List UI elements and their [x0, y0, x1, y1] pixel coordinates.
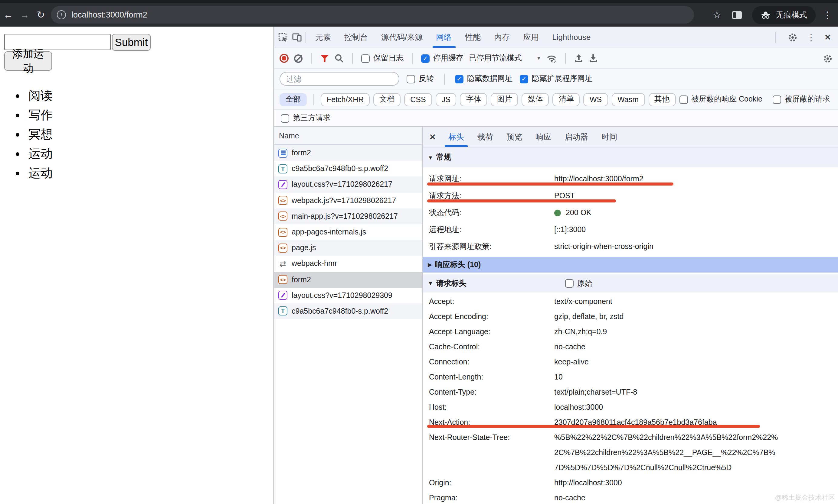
hide-data-urls-checkbox[interactable]: ✓隐藏数据网址: [455, 74, 512, 84]
annotation-underline-request-url: [427, 182, 673, 185]
blocked-requests-checkbox[interactable]: ✓被屏蔽的请求: [773, 94, 830, 105]
name-header-label: Name: [279, 131, 299, 140]
filter-funnel-icon[interactable]: [320, 54, 329, 62]
third-party-checkbox[interactable]: ✓第三方请求: [281, 113, 331, 123]
type-filter-chip[interactable]: Fetch/XHR: [321, 93, 370, 106]
devtools-close-icon[interactable]: ×: [825, 32, 831, 42]
checkbox-box[interactable]: ✓: [361, 54, 370, 62]
invert-checkbox[interactable]: ✓反转: [407, 74, 434, 84]
request-row[interactable]: <>app-pages-internals.js: [274, 224, 422, 240]
request-row[interactable]: <>form2: [274, 272, 422, 287]
inspect-element-icon[interactable]: [278, 32, 288, 42]
record-network-icon[interactable]: [279, 54, 289, 63]
type-filter-chip[interactable]: 字体: [460, 93, 488, 106]
reload-icon[interactable]: ↻: [33, 9, 49, 20]
network-settings-gear-icon[interactable]: [823, 53, 833, 63]
checkbox-box[interactable]: ✓: [679, 95, 688, 104]
header-value: http://localhost:3000/form2: [554, 175, 644, 183]
checkbox-box[interactable]: ✓: [407, 75, 415, 83]
url-text[interactable]: localhost:3000/form2: [71, 10, 147, 19]
devtools-tab-性能[interactable]: 性能: [458, 26, 488, 48]
export-har-icon[interactable]: [589, 54, 598, 63]
address-bar[interactable]: i localhost:3000/form2: [51, 6, 694, 23]
throttling-dropdown[interactable]: 已停用节流模式 ▼: [469, 53, 541, 64]
blocked-cookies-checkbox[interactable]: ✓被屏蔽的响应 Cookie: [679, 94, 763, 105]
response-headers-section-header[interactable]: ▶ 响应标头 (10): [423, 257, 838, 272]
details-tab-启动器[interactable]: 启动器: [558, 127, 595, 147]
device-toolbar-icon[interactable]: [292, 33, 302, 42]
activity-item: 冥想: [27, 125, 273, 144]
details-tab-标头[interactable]: 标头: [442, 127, 471, 147]
details-tab-预览[interactable]: 预览: [500, 127, 529, 147]
fetch-file-icon: <>: [278, 275, 287, 284]
type-filter-chip[interactable]: JS: [435, 93, 457, 106]
import-har-icon[interactable]: [575, 54, 584, 63]
clear-network-icon[interactable]: [294, 54, 303, 62]
devtools-tab-源代码/来源[interactable]: 源代码/来源: [375, 26, 429, 48]
request-row[interactable]: Tc9a5bc6a7c948fb0-s.p.woff2: [274, 303, 422, 319]
devtools-tab-内存[interactable]: 内存: [488, 26, 516, 48]
type-filter-chip[interactable]: 清单: [553, 93, 580, 106]
devtools-tab-网络[interactable]: 网络: [429, 26, 458, 48]
checkbox-box[interactable]: ✓: [773, 95, 781, 104]
checkbox-box[interactable]: ✓: [455, 75, 463, 83]
request-row[interactable]: <>page.js: [274, 240, 422, 256]
raw-headers-checkbox[interactable]: ✓原始: [565, 278, 592, 289]
name-column-header[interactable]: Name: [274, 127, 422, 145]
site-info-icon[interactable]: i: [57, 10, 66, 19]
search-icon[interactable]: [335, 54, 344, 63]
type-filter-chip[interactable]: 其他: [648, 93, 675, 106]
incognito-icon: [760, 10, 771, 19]
devtools-menu-icon[interactable]: ⋮: [806, 32, 816, 42]
devtools-tab-控制台[interactable]: 控制台: [338, 26, 375, 48]
type-filter-chip[interactable]: WS: [584, 93, 608, 106]
request-row[interactable]: <>webpack.js?v=1710298026217: [274, 193, 422, 208]
submit-button[interactable]: Submit: [112, 34, 151, 51]
type-filter-chip[interactable]: 文档: [373, 93, 400, 106]
request-row[interactable]: layout.css?v=1710298026217: [274, 177, 422, 193]
details-tab-时间[interactable]: 时间: [595, 127, 624, 147]
general-row: 状态代码:200 OK: [423, 204, 838, 221]
type-filter-chip[interactable]: 图片: [491, 93, 518, 106]
side-panel-icon[interactable]: [732, 11, 742, 19]
request-row[interactable]: form2: [274, 145, 422, 161]
activity-list: 阅读写作冥想运动运动: [0, 86, 273, 182]
filter-input[interactable]: [279, 72, 399, 86]
type-filter-chip[interactable]: 全部: [279, 93, 307, 106]
type-filter-chip[interactable]: Wasm: [611, 93, 645, 106]
request-row[interactable]: <>main-app.js?v=1710298026217: [274, 209, 422, 224]
back-icon[interactable]: ←: [0, 10, 16, 20]
add-activity-button[interactable]: 添加运动: [4, 51, 52, 71]
network-conditions-icon[interactable]: [547, 54, 557, 63]
devtools-tab-元素[interactable]: 元素: [309, 26, 338, 48]
header-value: POST: [554, 192, 575, 200]
request-headers-section-header[interactable]: ▼ 请求标头 ✓原始: [423, 274, 838, 292]
details-tab-载荷[interactable]: 载荷: [471, 127, 500, 147]
browser-menu-icon[interactable]: ⋮: [823, 10, 832, 20]
hide-extension-urls-checkbox[interactable]: ✓隐藏扩展程序网址: [520, 74, 592, 84]
request-row[interactable]: layout.css?v=1710298029309: [274, 287, 422, 303]
header-label: Pragma:: [423, 491, 554, 504]
preserve-log-checkbox[interactable]: ✓保留日志: [361, 53, 404, 64]
checkbox-box[interactable]: ✓: [421, 54, 430, 62]
divider: [565, 53, 566, 64]
disable-cache-checkbox[interactable]: ✓停用缓存: [421, 53, 463, 64]
network-main: Name form2Tc9a5bc6a7c948fb0-s.p.woff2lay…: [274, 127, 838, 504]
request-row[interactable]: ⇄webpack-hmr: [274, 256, 422, 272]
checkbox-box[interactable]: ✓: [281, 114, 289, 122]
details-tab-响应[interactable]: 响应: [529, 127, 558, 147]
settings-gear-icon[interactable]: [788, 32, 798, 42]
devtools-tab-应用[interactable]: 应用: [516, 26, 545, 48]
general-section-header[interactable]: ▼ 常规: [423, 147, 838, 167]
request-row[interactable]: Tc9a5bc6a7c948fb0-s.p.woff2: [274, 161, 422, 177]
checkbox-box[interactable]: ✓: [520, 75, 528, 83]
type-filter-chip[interactable]: 媒体: [522, 93, 549, 106]
checkbox-box[interactable]: ✓: [565, 279, 574, 288]
type-filter-chip[interactable]: CSS: [404, 93, 432, 106]
details-tabs: 标头载荷预览响应启动器时间: [442, 127, 624, 147]
close-details-icon[interactable]: ×: [430, 132, 435, 142]
forward-icon[interactable]: →: [16, 10, 33, 20]
details-tabbar: × 标头载荷预览响应启动器时间: [423, 127, 838, 147]
devtools-tab-Lighthouse[interactable]: Lighthouse: [545, 26, 597, 48]
bookmark-star-icon[interactable]: ☆: [713, 9, 721, 20]
